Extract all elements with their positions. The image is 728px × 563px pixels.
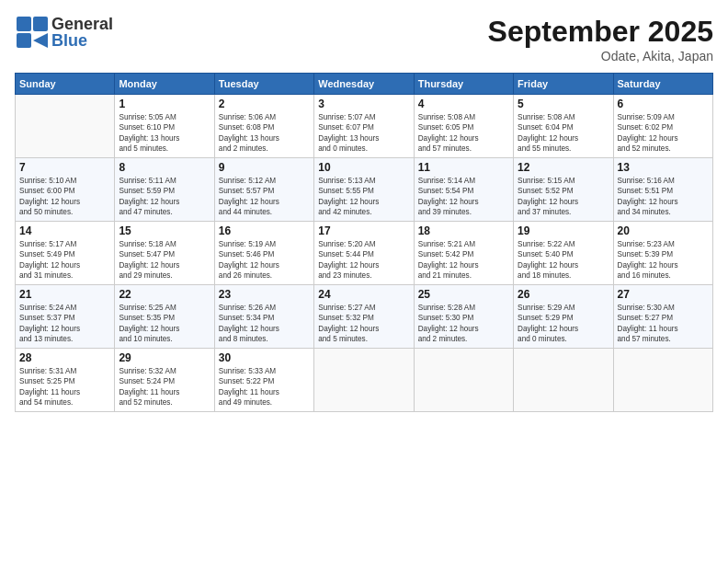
- calendar-cell: [314, 348, 414, 411]
- day-info: Sunrise: 5:31 AM Sunset: 5:25 PM Dayligh…: [19, 366, 110, 408]
- day-info: Sunrise: 5:11 AM Sunset: 5:59 PM Dayligh…: [119, 176, 210, 218]
- day-info: Sunrise: 5:10 AM Sunset: 6:00 PM Dayligh…: [19, 176, 110, 218]
- day-number: 21: [19, 288, 110, 301]
- calendar-cell: 7Sunrise: 5:10 AM Sunset: 6:00 PM Daylig…: [16, 157, 115, 221]
- calendar-week-2: 7Sunrise: 5:10 AM Sunset: 6:00 PM Daylig…: [16, 157, 713, 221]
- calendar-week-3: 14Sunrise: 5:17 AM Sunset: 5:49 PM Dayli…: [16, 221, 713, 284]
- month-title: September 2025: [488, 15, 713, 49]
- calendar-cell: 17Sunrise: 5:20 AM Sunset: 5:44 PM Dayli…: [314, 221, 414, 284]
- day-number: 17: [318, 224, 409, 237]
- svg-rect-2: [17, 33, 31, 48]
- calendar-cell: 29Sunrise: 5:32 AM Sunset: 5:24 PM Dayli…: [115, 348, 214, 411]
- day-number: 1: [119, 98, 210, 110]
- day-number: 9: [219, 161, 310, 174]
- calendar-cell: 5Sunrise: 5:08 AM Sunset: 6:04 PM Daylig…: [514, 95, 613, 158]
- calendar-cell: 14Sunrise: 5:17 AM Sunset: 5:49 PM Dayli…: [16, 221, 115, 284]
- calendar-cell: 4Sunrise: 5:08 AM Sunset: 6:05 PM Daylig…: [414, 95, 513, 158]
- calendar-cell: 20Sunrise: 5:23 AM Sunset: 5:39 PM Dayli…: [613, 221, 712, 284]
- day-number: 23: [219, 288, 310, 301]
- day-info: Sunrise: 5:25 AM Sunset: 5:35 PM Dayligh…: [119, 303, 210, 345]
- day-info: Sunrise: 5:08 AM Sunset: 6:04 PM Dayligh…: [518, 112, 609, 155]
- day-number: 24: [318, 288, 409, 301]
- calendar-cell: [414, 348, 513, 411]
- col-tuesday: Tuesday: [214, 74, 313, 95]
- day-number: 20: [618, 224, 709, 237]
- day-number: 14: [19, 224, 110, 237]
- day-number: 8: [119, 161, 210, 174]
- header: General Blue September 2025 Odate, Akita…: [15, 15, 713, 63]
- calendar-cell: 10Sunrise: 5:13 AM Sunset: 5:55 PM Dayli…: [314, 157, 414, 221]
- calendar-week-4: 21Sunrise: 5:24 AM Sunset: 5:37 PM Dayli…: [16, 284, 713, 348]
- calendar-cell: 27Sunrise: 5:30 AM Sunset: 5:27 PM Dayli…: [613, 284, 712, 348]
- day-info: Sunrise: 5:08 AM Sunset: 6:05 PM Dayligh…: [418, 112, 509, 155]
- day-number: 28: [19, 351, 110, 364]
- day-info: Sunrise: 5:09 AM Sunset: 6:02 PM Dayligh…: [618, 112, 709, 155]
- calendar-cell: 2Sunrise: 5:06 AM Sunset: 6:08 PM Daylig…: [214, 95, 313, 158]
- page: General Blue September 2025 Odate, Akita…: [0, 0, 728, 563]
- calendar-cell: 26Sunrise: 5:29 AM Sunset: 5:29 PM Dayli…: [514, 284, 613, 348]
- day-info: Sunrise: 5:14 AM Sunset: 5:54 PM Dayligh…: [418, 176, 509, 218]
- day-info: Sunrise: 5:28 AM Sunset: 5:30 PM Dayligh…: [418, 303, 509, 345]
- day-number: 10: [318, 161, 409, 174]
- calendar-cell: 9Sunrise: 5:12 AM Sunset: 5:57 PM Daylig…: [214, 157, 313, 221]
- day-number: 30: [219, 351, 310, 364]
- day-number: 6: [618, 98, 709, 110]
- day-info: Sunrise: 5:19 AM Sunset: 5:46 PM Dayligh…: [219, 239, 310, 282]
- calendar-cell: 12Sunrise: 5:15 AM Sunset: 5:52 PM Dayli…: [514, 157, 613, 221]
- day-info: Sunrise: 5:17 AM Sunset: 5:49 PM Dayligh…: [19, 239, 110, 282]
- day-info: Sunrise: 5:16 AM Sunset: 5:51 PM Dayligh…: [618, 176, 709, 218]
- day-info: Sunrise: 5:07 AM Sunset: 6:07 PM Dayligh…: [318, 112, 409, 155]
- calendar-cell: 28Sunrise: 5:31 AM Sunset: 5:25 PM Dayli…: [16, 348, 115, 411]
- logo-blue: Blue: [51, 32, 113, 49]
- day-number: 22: [119, 288, 210, 301]
- day-number: 26: [518, 288, 609, 301]
- day-info: Sunrise: 5:06 AM Sunset: 6:08 PM Dayligh…: [219, 112, 310, 155]
- calendar-cell: 21Sunrise: 5:24 AM Sunset: 5:37 PM Dayli…: [16, 284, 115, 348]
- calendar-cell: 1Sunrise: 5:05 AM Sunset: 6:10 PM Daylig…: [115, 95, 214, 158]
- svg-rect-0: [17, 17, 31, 31]
- calendar-cell: 18Sunrise: 5:21 AM Sunset: 5:42 PM Dayli…: [414, 221, 513, 284]
- day-info: Sunrise: 5:30 AM Sunset: 5:27 PM Dayligh…: [618, 303, 709, 345]
- day-number: 25: [418, 288, 509, 301]
- day-info: Sunrise: 5:24 AM Sunset: 5:37 PM Dayligh…: [19, 303, 110, 345]
- day-number: 2: [219, 98, 310, 110]
- day-info: Sunrise: 5:05 AM Sunset: 6:10 PM Dayligh…: [119, 112, 210, 155]
- calendar-cell: 16Sunrise: 5:19 AM Sunset: 5:46 PM Dayli…: [214, 221, 313, 284]
- day-number: 19: [518, 224, 609, 237]
- day-number: 12: [518, 161, 609, 174]
- logo: General Blue: [15, 15, 113, 50]
- calendar-cell: 6Sunrise: 5:09 AM Sunset: 6:02 PM Daylig…: [613, 95, 712, 158]
- day-info: Sunrise: 5:26 AM Sunset: 5:34 PM Dayligh…: [219, 303, 310, 345]
- calendar-cell: [514, 348, 613, 411]
- calendar-cell: [16, 95, 115, 158]
- day-number: 7: [19, 161, 110, 174]
- calendar-cell: 24Sunrise: 5:27 AM Sunset: 5:32 PM Dayli…: [314, 284, 414, 348]
- calendar-cell: 30Sunrise: 5:33 AM Sunset: 5:22 PM Dayli…: [214, 348, 313, 411]
- calendar-table: Sunday Monday Tuesday Wednesday Thursday…: [15, 73, 713, 412]
- location: Odate, Akita, Japan: [488, 49, 713, 63]
- col-friday: Friday: [514, 74, 613, 95]
- day-info: Sunrise: 5:22 AM Sunset: 5:40 PM Dayligh…: [518, 239, 609, 282]
- col-wednesday: Wednesday: [314, 74, 414, 95]
- day-info: Sunrise: 5:12 AM Sunset: 5:57 PM Dayligh…: [219, 176, 310, 218]
- day-info: Sunrise: 5:33 AM Sunset: 5:22 PM Dayligh…: [219, 366, 310, 408]
- col-thursday: Thursday: [414, 74, 513, 95]
- day-number: 4: [418, 98, 509, 110]
- day-number: 29: [119, 351, 210, 364]
- day-info: Sunrise: 5:21 AM Sunset: 5:42 PM Dayligh…: [418, 239, 509, 282]
- day-number: 27: [618, 288, 709, 301]
- calendar-week-5: 28Sunrise: 5:31 AM Sunset: 5:25 PM Dayli…: [16, 348, 713, 411]
- day-info: Sunrise: 5:29 AM Sunset: 5:29 PM Dayligh…: [518, 303, 609, 345]
- calendar-cell: 11Sunrise: 5:14 AM Sunset: 5:54 PM Dayli…: [414, 157, 513, 221]
- day-info: Sunrise: 5:13 AM Sunset: 5:55 PM Dayligh…: [318, 176, 409, 218]
- day-number: 15: [119, 224, 210, 237]
- logo-icon: [15, 15, 50, 50]
- calendar-cell: 8Sunrise: 5:11 AM Sunset: 5:59 PM Daylig…: [115, 157, 214, 221]
- day-number: 16: [219, 224, 310, 237]
- calendar-cell: 23Sunrise: 5:26 AM Sunset: 5:34 PM Dayli…: [214, 284, 313, 348]
- calendar-week-1: 1Sunrise: 5:05 AM Sunset: 6:10 PM Daylig…: [16, 95, 713, 158]
- col-monday: Monday: [115, 74, 214, 95]
- col-sunday: Sunday: [16, 74, 115, 95]
- day-number: 5: [518, 98, 609, 110]
- col-saturday: Saturday: [613, 74, 712, 95]
